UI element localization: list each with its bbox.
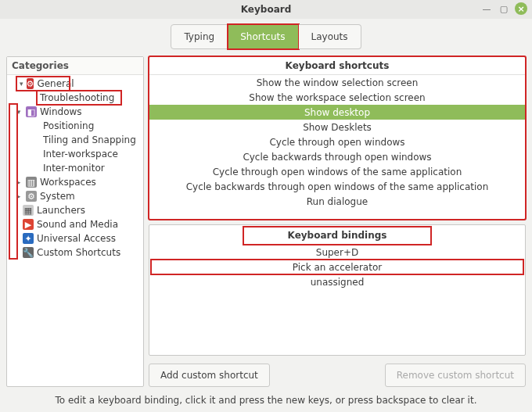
tree-item-workspaces[interactable]: ▸▥Workspaces bbox=[7, 175, 143, 189]
binding-row-editing[interactable]: Pick an accelerator bbox=[151, 260, 523, 274]
shortcut-row[interactable]: Show the window selection screen bbox=[149, 75, 525, 90]
tree-label: System bbox=[40, 191, 75, 202]
keyboard-settings-window: Keyboard — ▢ × Typing Shortcuts Layouts … bbox=[0, 0, 532, 412]
tree-label: Inter-monitor bbox=[43, 163, 105, 174]
bindings-header: Keyboard bindings bbox=[243, 227, 431, 245]
binding-row[interactable]: unassigned bbox=[149, 274, 525, 289]
shortcuts-list[interactable]: Show the window selection screen Show th… bbox=[149, 75, 525, 219]
shortcut-row[interactable]: Cycle through open windows bbox=[149, 134, 525, 149]
binding-row[interactable]: Super+D bbox=[149, 245, 525, 260]
play-icon: ▶ bbox=[23, 219, 34, 230]
shortcut-row-selected[interactable]: Show desktop bbox=[149, 105, 525, 120]
tree-item-positioning[interactable]: Positioning bbox=[7, 119, 143, 133]
window-icon: ◧ bbox=[26, 106, 37, 117]
window-title: Keyboard bbox=[241, 4, 292, 15]
bindings-panel: Keyboard bindings Super+D Pick an accele… bbox=[149, 224, 526, 356]
hint-footer: To edit a keyboard binding, click it and… bbox=[0, 390, 532, 412]
tree-item-intermonitor[interactable]: Inter-monitor bbox=[7, 161, 143, 175]
tab-layouts[interactable]: Layouts bbox=[299, 24, 361, 49]
tree-item-launchers[interactable]: ▦Launchers bbox=[7, 203, 143, 217]
tree-item-tiling[interactable]: Tiling and Snapping bbox=[7, 133, 143, 147]
shortcut-row[interactable]: Show the workspace selection screen bbox=[149, 90, 525, 105]
tree-item-troubleshooting[interactable]: Troubleshooting bbox=[37, 91, 121, 105]
tree-item-universal-access[interactable]: ✦Universal Access bbox=[7, 231, 143, 245]
highlight-expanders bbox=[9, 103, 18, 260]
tree-label: General bbox=[37, 78, 74, 89]
tree-label: Launchers bbox=[37, 205, 85, 216]
minimize-button[interactable]: — bbox=[480, 2, 493, 15]
shortcut-row[interactable]: Cycle through open windows of the same a… bbox=[149, 164, 525, 179]
wrench-icon: 🔧 bbox=[23, 247, 34, 258]
content-area: Categories ▾ ⚙ General Troubleshooting ▾… bbox=[0, 56, 532, 390]
tree-item-system[interactable]: ▸⚙System bbox=[7, 189, 143, 203]
maximize-button[interactable]: ▢ bbox=[498, 2, 510, 15]
right-column: Keyboard shortcuts Show the window selec… bbox=[149, 56, 526, 387]
categories-panel: Categories ▾ ⚙ General Troubleshooting ▾… bbox=[6, 56, 144, 387]
shortcuts-panel: Keyboard shortcuts Show the window selec… bbox=[149, 56, 526, 220]
shortcut-row[interactable]: Show Desklets bbox=[149, 120, 525, 134]
tree-label: Workspaces bbox=[40, 177, 96, 188]
titlebar: Keyboard — ▢ × bbox=[0, 0, 532, 19]
add-custom-shortcut-button[interactable]: Add custom shortcut bbox=[149, 364, 270, 387]
launchers-icon: ▦ bbox=[23, 205, 34, 216]
tab-shortcuts[interactable]: Shortcuts bbox=[228, 24, 298, 49]
tab-bar: Typing Shortcuts Layouts bbox=[0, 22, 532, 52]
window-controls: — ▢ × bbox=[480, 2, 527, 15]
tab-typing[interactable]: Typing bbox=[171, 24, 228, 49]
workspaces-icon: ▥ bbox=[26, 177, 37, 188]
tree-label: Universal Access bbox=[37, 233, 116, 244]
tree-item-interworkspace[interactable]: Inter-workspace bbox=[7, 147, 143, 161]
accessibility-icon: ✦ bbox=[23, 233, 34, 244]
shortcut-row[interactable]: Cycle backwards through open windows bbox=[149, 149, 525, 164]
remove-custom-shortcut-button: Remove custom shortcut bbox=[385, 364, 526, 387]
tree-label: Inter-workspace bbox=[43, 149, 118, 159]
tree-item-custom-shortcuts[interactable]: 🔧Custom Shortcuts bbox=[7, 245, 143, 260]
tree-item-windows[interactable]: ▾ ◧ Windows bbox=[7, 105, 143, 119]
tree-label: Sound and Media bbox=[37, 219, 118, 230]
system-icon: ⚙ bbox=[26, 191, 37, 202]
tree-item-sound[interactable]: ▶Sound and Media bbox=[7, 217, 143, 231]
gear-icon: ⚙ bbox=[27, 78, 34, 89]
tree-label: Troubleshooting bbox=[40, 92, 114, 103]
tree-label: Windows bbox=[40, 106, 82, 117]
tree-item-general[interactable]: ▾ ⚙ General bbox=[16, 77, 70, 91]
tree-label: Positioning bbox=[43, 120, 94, 131]
button-row: Add custom shortcut Remove custom shortc… bbox=[149, 360, 526, 387]
categories-tree[interactable]: ▾ ⚙ General Troubleshooting ▾ ◧ Windows … bbox=[7, 75, 143, 386]
close-button[interactable]: × bbox=[515, 2, 527, 15]
spacer bbox=[275, 364, 380, 387]
shortcut-row[interactable]: Cycle backwards through open windows of … bbox=[149, 179, 525, 194]
shortcut-row[interactable]: Run dialogue bbox=[149, 194, 525, 209]
expander-icon[interactable]: ▾ bbox=[20, 80, 23, 88]
tree-label: Custom Shortcuts bbox=[37, 247, 120, 258]
categories-header: Categories bbox=[7, 57, 143, 75]
shortcuts-header: Keyboard shortcuts bbox=[149, 57, 525, 75]
tree-label: Tiling and Snapping bbox=[43, 134, 136, 145]
